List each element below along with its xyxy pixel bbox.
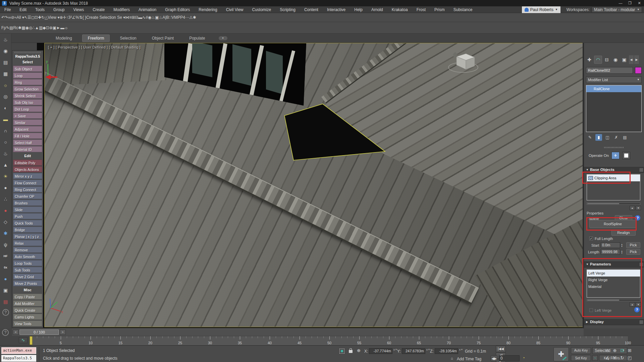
menu-item[interactable]: Content	[300, 6, 323, 13]
z-coordinate-field[interactable]: -28.1054m	[435, 348, 458, 354]
rappatools-button[interactable]: Objects Actions	[13, 166, 42, 172]
circle-icon[interactable]: ○	[2, 138, 10, 146]
rappatools-button[interactable]: Select Half	[13, 139, 42, 145]
planar-gizmo-icon[interactable]: ◇	[2, 218, 10, 226]
transform-gizmo-icon[interactable]: ⊕	[357, 348, 361, 353]
layer-explorer-icon[interactable]: ⊟	[135, 15, 138, 20]
teapot-icon[interactable]: ♨	[2, 36, 10, 44]
rappatools-button[interactable]: Copy / Paste	[13, 294, 42, 300]
track-bar-ruler[interactable]: 0510152025303540455055606570758085909510…	[31, 336, 628, 345]
polydraw-icon[interactable]: ✎	[6, 25, 9, 30]
camera-icon[interactable]: ◎	[2, 93, 10, 101]
x-coordinate-field[interactable]: -37.7744m	[369, 348, 392, 354]
dome-icon[interactable]: ∩	[2, 127, 10, 135]
render-effects-icon[interactable]: ✱	[193, 15, 196, 20]
clipping-area-spline[interactable]	[284, 104, 385, 160]
base-objects-list[interactable]: Clipping Area	[587, 174, 640, 200]
length-field[interactable]: 99999.98	[601, 249, 620, 255]
slider-dots-icon[interactable]: ⋯	[185, 15, 189, 20]
time-slider-handle[interactable]: 0 / 100	[19, 329, 59, 335]
start-spinner[interactable]: ▲▼	[621, 242, 624, 248]
redo-icon[interactable]: ↷	[5, 15, 8, 20]
copy-object-icon[interactable]: ▣	[2, 286, 10, 294]
rappatools-taskbar-button[interactable]: RappaTools3.5	[1, 355, 36, 362]
start-field[interactable]: 0.0m	[601, 242, 620, 248]
rollout-resize-handle[interactable]	[604, 147, 624, 148]
ribbon-tab[interactable]: Object Paint	[147, 35, 179, 42]
rendered-frame-window-icon[interactable]: ▣	[155, 15, 159, 20]
set-key-mode-icon[interactable]: ~	[592, 355, 598, 361]
isolate-selection-icon[interactable]	[339, 349, 344, 354]
set-key-button[interactable]: Set Key	[571, 355, 591, 361]
rappatools-button[interactable]: Loop Tools	[13, 260, 42, 266]
conform-brush-icon[interactable]: ◉	[25, 25, 29, 30]
roofspline-button[interactable]: RoofSpline	[589, 220, 636, 228]
length-pick-button[interactable]: Pick	[626, 249, 640, 255]
sun-icon[interactable]: ☀	[2, 172, 10, 180]
field-of-view-icon[interactable]: ∠	[604, 355, 611, 361]
rappatools-button[interactable]: Cams Lights	[13, 314, 42, 320]
move-up-button[interactable]: ▲	[630, 302, 635, 307]
percent-snap-icon[interactable]: %	[75, 15, 79, 20]
edit-named-selection-sets-icon[interactable]: { }	[83, 15, 86, 20]
unlink-selection-icon[interactable]: ⊘	[11, 15, 14, 20]
scene-explorer-icon[interactable]: ⊞	[131, 15, 135, 20]
spinner-snap-icon[interactable]: ⇅	[79, 15, 83, 20]
undo-icon[interactable]: ↶	[1, 15, 5, 20]
rappatools-button[interactable]: Fill / Hole	[13, 133, 42, 139]
cone-icon[interactable]: ▲	[2, 161, 10, 169]
bind-to-spacewarp-icon[interactable]: ≈	[14, 15, 17, 20]
orbit-icon[interactable]: ↻	[619, 355, 626, 361]
select-and-rotate-icon[interactable]: ↻	[41, 15, 45, 20]
warning-icon[interactable]: ⚠	[189, 15, 193, 20]
menu-item[interactable]: Frost	[412, 6, 430, 13]
horizontal-scrollbar[interactable]	[587, 202, 640, 205]
auto-key-button[interactable]: Auto Key	[571, 347, 591, 354]
menu-item[interactable]: Group	[49, 6, 69, 13]
rappatools-button[interactable]: Mirror x y z	[13, 173, 42, 179]
hf-brush-icon[interactable]: HF	[2, 252, 10, 260]
remove-modifier-icon[interactable]: ✗	[613, 134, 620, 141]
lightbulb-icon[interactable]: ☼	[64, 25, 68, 30]
snaps-toggle-3d-icon[interactable]: 3²	[68, 15, 72, 20]
create-tab[interactable]: ✚	[585, 56, 593, 64]
rappatools-button[interactable]: Materials	[13, 327, 42, 328]
render-production-icon[interactable]: ♨	[159, 15, 163, 20]
rappatools-button[interactable]: Slide	[13, 206, 42, 213]
move-down-button[interactable]: ▼	[636, 302, 641, 307]
next-panel-arrow[interactable]: ▶	[634, 55, 639, 64]
clipboard-icon[interactable]: ▤	[2, 298, 10, 306]
rappatools-button[interactable]: Move 2 Grid	[13, 274, 42, 280]
rappatools-button[interactable]: View Tools	[13, 320, 42, 326]
hierarchy-tab[interactable]: ⊟	[603, 56, 611, 64]
selection-filter-dropdown[interactable]: All ▾	[16, 15, 24, 20]
rappatools-button[interactable]: Sub Tools	[13, 267, 42, 273]
rappatools-button[interactable]: Planar | x | y | z	[13, 233, 42, 239]
menu-item[interactable]: Customize	[248, 6, 276, 13]
actionman-taskbar-button[interactable]: actionMan.exe	[1, 347, 36, 354]
user-account-menu[interactable]: Paul Roberts ▼	[522, 6, 560, 13]
select-and-manipulate-icon[interactable]: ✛	[63, 15, 66, 20]
rappatools-button[interactable]: Dot Loop	[13, 106, 42, 112]
ribbon-tab[interactable]: Populate	[184, 35, 210, 42]
parameters-rollout[interactable]: ▼ Parameters	[584, 261, 644, 267]
menu-item[interactable]: Civil View	[222, 6, 248, 13]
rappatools-button[interactable]: + Save	[13, 113, 42, 119]
menu-item[interactable]: Prism	[430, 6, 449, 13]
perspective-viewport[interactable]: y x [ + ] [ Perspective ] [ User Defined…	[44, 43, 583, 327]
use-pivot-point-center-icon[interactable]: ⊕	[59, 15, 63, 20]
reference-coordinate-dropdown[interactable]: View ▾	[48, 15, 59, 20]
rectangular-selection-region-icon[interactable]: ◻	[31, 15, 35, 20]
horizontal-scrollbar[interactable]	[587, 299, 640, 301]
operate-on-surface-button[interactable]	[622, 152, 630, 159]
set-keys-button[interactable]: ✚	[553, 347, 569, 361]
red-ball-icon[interactable]: ●	[2, 206, 10, 215]
parameters-list[interactable]: Left VergeRight VergeMaterial	[587, 269, 640, 298]
grid-table-icon[interactable]: ▤	[9, 25, 13, 30]
blue-sphere-icon[interactable]: ●	[2, 275, 10, 283]
mirror-icon[interactable]: ⋈	[125, 15, 129, 20]
frame-nudge-buttons[interactable]: ◀▶	[491, 355, 497, 361]
rappatools-button[interactable]: Ring Connect	[13, 186, 42, 192]
home-icon[interactable]	[452, 52, 458, 55]
zero-x-icon[interactable]: 0x	[2, 263, 10, 272]
